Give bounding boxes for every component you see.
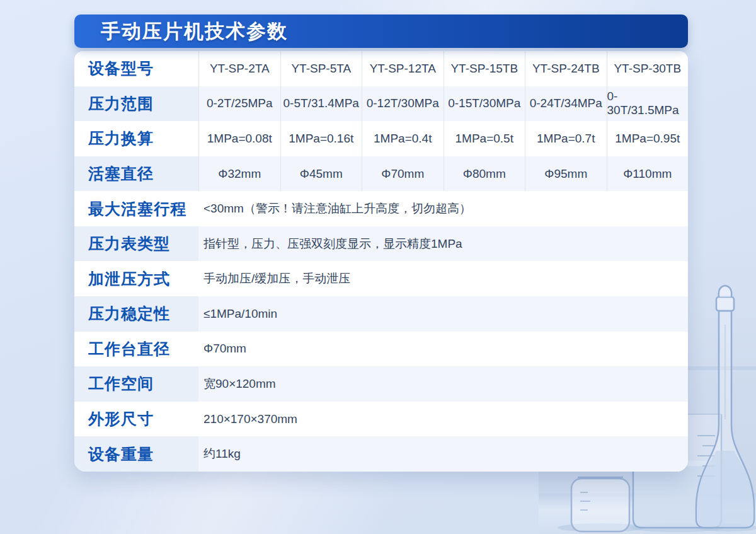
spec-value-full: 手动加压/缓加压，手动泄压	[198, 261, 688, 296]
table-row-dimensions: 外形尺寸 210×170×370mm	[74, 402, 688, 437]
table-row-gauge-type: 压力表类型 指针型，压力、压强双刻度显示，显示精度1MPa	[74, 226, 688, 262]
table-row-model: 设备型号 YT-SP-2TA YT-SP-5TA YT-SP-12TA YT-S…	[74, 51, 688, 86]
spec-value-full: <30mm（警示！请注意油缸上升高度，切勿超高）	[198, 191, 688, 226]
table-row-pressure-conversion: 压力换算 1MPa=0.08t 1MPa=0.16t 1MPa=0.4t 1MP…	[74, 121, 688, 156]
table-row-max-stroke: 最大活塞行程 <30mm（警示！请注意油缸上升高度，切勿超高）	[74, 191, 688, 226]
spec-value-cell: 1MPa=0.5t	[444, 121, 525, 156]
spec-value-cell: Φ80mm	[444, 156, 525, 192]
spec-value-full: 210×170×370mm	[198, 402, 688, 437]
spec-value-cell: 1MPa=0.08t	[198, 121, 280, 156]
row-label: 外形尺寸	[74, 402, 198, 437]
spec-value-cell: Φ45mm	[280, 156, 362, 192]
table-row-pressurize-method: 加泄压方式 手动加压/缓加压，手动泄压	[74, 261, 688, 296]
table-row-worktable-diameter: 工作台直径 Φ70mm	[74, 332, 688, 367]
table-row-piston-diameter: 活塞直径 Φ32mm Φ45mm Φ70mm Φ80mm Φ95mm Φ110m…	[74, 156, 688, 192]
spec-value-cell: YT-SP-12TA	[362, 51, 444, 86]
spec-value-cell: 1MPa=0.4t	[362, 121, 444, 156]
spec-value-cell: YT-SP-2TA	[198, 51, 280, 86]
spec-value-cell: YT-SP-5TA	[280, 51, 362, 86]
row-label: 压力表类型	[74, 226, 198, 262]
spec-value-cell: Φ95mm	[525, 156, 607, 192]
spec-value-cell: 1MPa=0.95t	[607, 121, 689, 156]
row-label: 压力稳定性	[74, 296, 198, 332]
bottle-image	[571, 477, 629, 531]
row-label: 压力范围	[74, 86, 198, 122]
spec-value-cell: Φ70mm	[362, 156, 444, 192]
row-label: 压力换算	[74, 121, 198, 156]
row-label: 设备重量	[74, 436, 198, 472]
spec-value-cell: 0-12T/30MPa	[362, 86, 444, 122]
spec-value-full: Φ70mm	[198, 332, 688, 367]
spec-value-full: 约11kg	[198, 436, 688, 472]
row-label: 工作台直径	[74, 332, 198, 367]
spec-value-cell: Φ32mm	[198, 156, 280, 192]
table-row-weight: 设备重量 约11kg	[74, 436, 688, 472]
spec-value-cell: 0-2T/25MPa	[198, 86, 280, 122]
spec-value-cell: YT-SP-24TB	[525, 51, 607, 86]
table-row-pressure-range: 压力范围 0-2T/25MPa 0-5T/31.4MPa 0-12T/30MPa…	[74, 86, 688, 122]
row-label: 设备型号	[74, 51, 198, 86]
row-label: 加泄压方式	[74, 261, 198, 296]
spec-value-cell: YT-SP-30TB	[607, 51, 689, 86]
spec-value-cell: 0-15T/30MPa	[444, 86, 525, 122]
spec-value-full: 指针型，压力、压强双刻度显示，显示精度1MPa	[198, 226, 688, 262]
spec-value-cell: YT-SP-15TB	[444, 51, 525, 86]
spec-sheet-page: 手动压片机技术参数 设备型号 YT-SP-2TA YT-SP-5TA YT-SP…	[0, 0, 756, 534]
spec-value-full: ≤1MPa/10min	[198, 296, 688, 332]
row-label: 最大活塞行程	[74, 191, 198, 226]
page-title: 手动压片机技术参数	[74, 18, 288, 45]
spec-value-cell: Φ110mm	[607, 156, 689, 192]
title-bar: 手动压片机技术参数	[74, 15, 688, 48]
row-label: 活塞直径	[74, 156, 198, 192]
spec-value-cell: 0-5T/31.4MPa	[280, 86, 362, 122]
spec-value-cell: 0-24T/34MPa	[525, 86, 607, 122]
spec-value-cell: 1MPa=0.16t	[280, 121, 362, 156]
spec-value-cell: 0-30T/31.5MPa	[607, 86, 689, 122]
row-label: 工作空间	[74, 366, 198, 402]
spec-value-full: 宽90×120mm	[198, 366, 688, 402]
spec-value-cell: 1MPa=0.7t	[525, 121, 607, 156]
table-row-working-space: 工作空间 宽90×120mm	[74, 366, 688, 402]
spec-table-card: 设备型号 YT-SP-2TA YT-SP-5TA YT-SP-12TA YT-S…	[74, 51, 688, 472]
table-row-pressure-stability: 压力稳定性 ≤1MPa/10min	[74, 296, 688, 332]
